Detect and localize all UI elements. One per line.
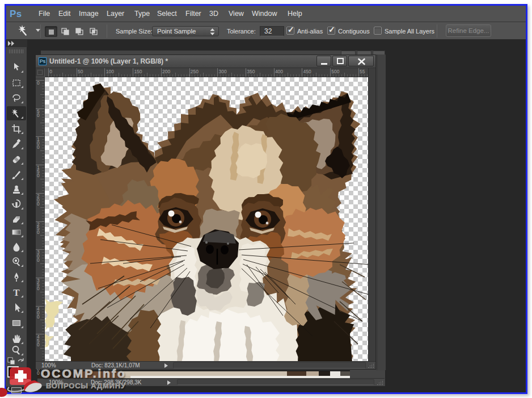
svg-text:T: T [13,287,20,298]
